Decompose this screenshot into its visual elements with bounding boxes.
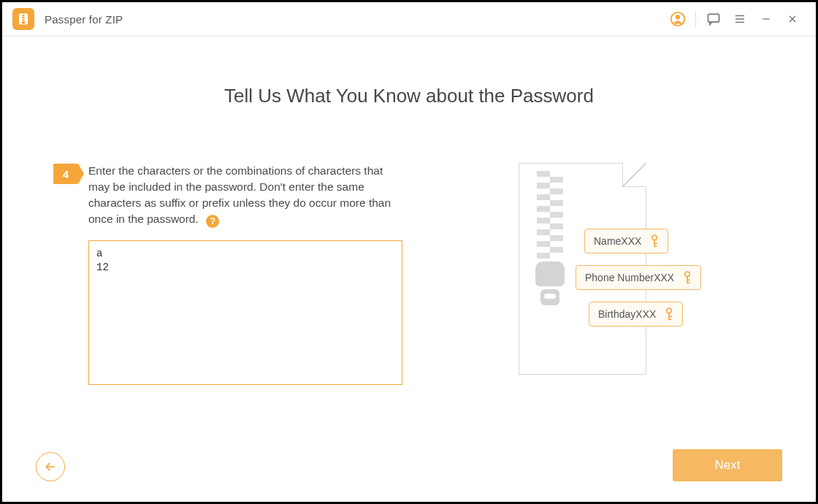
key-icon (681, 270, 693, 285)
page-title: Tell Us What You Know about the Password (53, 85, 765, 107)
titlebar: Passper for ZIP (2, 2, 816, 37)
account-icon[interactable] (665, 7, 691, 31)
app-icon (12, 8, 34, 30)
feedback-icon[interactable] (700, 7, 727, 31)
characters-input[interactable] (88, 240, 402, 385)
step-badge: 4 (53, 164, 78, 184)
hint-tag: NameXXX (584, 229, 668, 253)
key-icon (649, 234, 660, 248)
svg-rect-2 (23, 17, 25, 18)
svg-point-22 (667, 308, 672, 313)
app-title: Passper for ZIP (45, 13, 123, 26)
zip-illustration: NameXXX Phone NumberXXX BirthdayXXX (519, 163, 708, 375)
svg-rect-1 (23, 15, 25, 16)
next-button[interactable]: Next (673, 449, 782, 481)
key-icon (663, 307, 675, 321)
hint-tag-label: BirthdayXXX (598, 308, 656, 320)
hint-tag: BirthdayXXX (589, 302, 683, 327)
titlebar-separator (695, 11, 696, 27)
help-icon[interactable]: ? (206, 215, 219, 228)
menu-icon[interactable] (727, 7, 753, 31)
svg-point-18 (685, 272, 690, 277)
back-button[interactable] (36, 452, 65, 481)
svg-rect-4 (22, 21, 26, 24)
svg-rect-3 (23, 19, 25, 20)
svg-point-14 (652, 235, 657, 240)
hint-tag-label: Phone NumberXXX (585, 272, 674, 283)
instruction-text: Enter the characters or the combinations… (88, 163, 402, 227)
svg-point-6 (676, 15, 680, 19)
svg-rect-7 (708, 14, 719, 22)
hint-tag-label: NameXXX (594, 235, 641, 247)
hint-tag: Phone NumberXXX (576, 265, 701, 290)
instruction-body: Enter the characters or the combinations… (88, 164, 391, 225)
close-button[interactable] (779, 7, 806, 31)
minimize-button[interactable] (753, 7, 779, 31)
